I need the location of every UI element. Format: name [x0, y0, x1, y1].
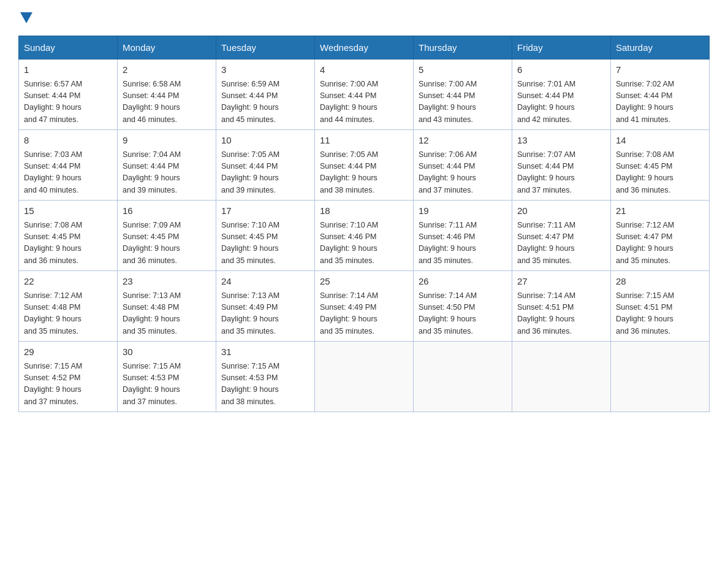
- calendar-cell: 28Sunrise: 7:15 AMSunset: 4:51 PMDayligh…: [611, 271, 710, 342]
- day-info: Sunrise: 6:57 AMSunset: 4:44 PMDaylight:…: [24, 79, 112, 126]
- day-number: 19: [419, 204, 507, 218]
- calendar-cell: 24Sunrise: 7:13 AMSunset: 4:49 PMDayligh…: [216, 271, 315, 342]
- day-info: Sunrise: 7:06 AMSunset: 4:44 PMDaylight:…: [419, 149, 507, 197]
- logo-triangle-icon: [20, 12, 32, 23]
- day-number: 10: [221, 134, 309, 148]
- day-number: 16: [123, 204, 211, 218]
- day-number: 1: [24, 63, 112, 77]
- calendar-cell: 31Sunrise: 7:15 AMSunset: 4:53 PMDayligh…: [216, 342, 315, 412]
- day-number: 20: [517, 204, 605, 218]
- day-info: Sunrise: 7:12 AMSunset: 4:48 PMDaylight:…: [24, 290, 112, 338]
- day-number: 28: [616, 275, 704, 289]
- column-header-saturday: Saturday: [611, 36, 710, 59]
- day-number: 30: [123, 345, 211, 359]
- day-info: Sunrise: 7:00 AMSunset: 4:44 PMDaylight:…: [320, 79, 408, 126]
- calendar-cell: 9Sunrise: 7:04 AMSunset: 4:44 PMDaylight…: [118, 130, 216, 201]
- day-info: Sunrise: 7:01 AMSunset: 4:44 PMDaylight:…: [517, 79, 605, 126]
- column-header-friday: Friday: [512, 36, 611, 59]
- calendar-cell: 5Sunrise: 7:00 AMSunset: 4:44 PMDaylight…: [414, 59, 512, 130]
- calendar-cell: 11Sunrise: 7:05 AMSunset: 4:44 PMDayligh…: [315, 130, 414, 201]
- calendar-cell: 20Sunrise: 7:11 AMSunset: 4:47 PMDayligh…: [512, 201, 611, 271]
- day-info: Sunrise: 7:13 AMSunset: 4:48 PMDaylight:…: [123, 290, 211, 338]
- day-number: 26: [419, 275, 507, 289]
- calendar-week-row: 15Sunrise: 7:08 AMSunset: 4:45 PMDayligh…: [19, 201, 710, 271]
- calendar-cell: [414, 342, 512, 412]
- day-info: Sunrise: 7:03 AMSunset: 4:44 PMDaylight:…: [24, 149, 112, 197]
- day-number: 15: [24, 204, 112, 218]
- column-header-tuesday: Tuesday: [216, 36, 315, 59]
- calendar-cell: 15Sunrise: 7:08 AMSunset: 4:45 PMDayligh…: [19, 201, 118, 271]
- day-info: Sunrise: 7:11 AMSunset: 4:47 PMDaylight:…: [517, 220, 605, 267]
- day-info: Sunrise: 7:11 AMSunset: 4:46 PMDaylight:…: [419, 220, 507, 267]
- day-info: Sunrise: 6:58 AMSunset: 4:44 PMDaylight:…: [123, 79, 211, 126]
- day-info: Sunrise: 7:07 AMSunset: 4:44 PMDaylight:…: [517, 149, 605, 197]
- calendar-week-row: 8Sunrise: 7:03 AMSunset: 4:44 PMDaylight…: [19, 130, 710, 201]
- day-info: Sunrise: 7:12 AMSunset: 4:47 PMDaylight:…: [616, 220, 704, 267]
- day-number: 9: [123, 134, 211, 148]
- day-number: 27: [517, 275, 605, 289]
- day-number: 25: [320, 275, 408, 289]
- day-info: Sunrise: 7:15 AMSunset: 4:51 PMDaylight:…: [616, 290, 704, 338]
- calendar-cell: 18Sunrise: 7:10 AMSunset: 4:46 PMDayligh…: [315, 201, 414, 271]
- calendar-cell: [512, 342, 611, 412]
- calendar-cell: [315, 342, 414, 412]
- calendar-cell: 21Sunrise: 7:12 AMSunset: 4:47 PMDayligh…: [611, 201, 710, 271]
- day-number: 17: [221, 204, 309, 218]
- calendar-cell: 25Sunrise: 7:14 AMSunset: 4:49 PMDayligh…: [315, 271, 414, 342]
- day-number: 4: [320, 63, 408, 77]
- calendar-cell: 22Sunrise: 7:12 AMSunset: 4:48 PMDayligh…: [19, 271, 118, 342]
- column-header-monday: Monday: [118, 36, 216, 59]
- calendar-cell: 6Sunrise: 7:01 AMSunset: 4:44 PMDaylight…: [512, 59, 611, 130]
- day-info: Sunrise: 7:00 AMSunset: 4:44 PMDaylight:…: [419, 79, 507, 126]
- day-info: Sunrise: 7:15 AMSunset: 4:52 PMDaylight:…: [24, 361, 112, 408]
- day-number: 11: [320, 134, 408, 148]
- calendar-cell: 16Sunrise: 7:09 AMSunset: 4:45 PMDayligh…: [118, 201, 216, 271]
- calendar-cell: 26Sunrise: 7:14 AMSunset: 4:50 PMDayligh…: [414, 271, 512, 342]
- day-info: Sunrise: 7:14 AMSunset: 4:49 PMDaylight:…: [320, 290, 408, 338]
- calendar-week-row: 1Sunrise: 6:57 AMSunset: 4:44 PMDaylight…: [19, 59, 710, 130]
- day-info: Sunrise: 7:10 AMSunset: 4:45 PMDaylight:…: [221, 220, 309, 267]
- day-number: 14: [616, 134, 704, 148]
- day-info: Sunrise: 7:14 AMSunset: 4:50 PMDaylight:…: [419, 290, 507, 338]
- day-number: 23: [123, 275, 211, 289]
- day-info: Sunrise: 7:08 AMSunset: 4:45 PMDaylight:…: [24, 220, 112, 267]
- calendar-cell: 30Sunrise: 7:15 AMSunset: 4:53 PMDayligh…: [118, 342, 216, 412]
- day-number: 31: [221, 345, 309, 359]
- day-info: Sunrise: 7:10 AMSunset: 4:46 PMDaylight:…: [320, 220, 408, 267]
- column-header-wednesday: Wednesday: [315, 36, 414, 59]
- calendar-cell: 29Sunrise: 7:15 AMSunset: 4:52 PMDayligh…: [19, 342, 118, 412]
- day-number: 7: [616, 63, 704, 77]
- day-number: 2: [123, 63, 211, 77]
- day-number: 29: [24, 345, 112, 359]
- calendar-cell: 1Sunrise: 6:57 AMSunset: 4:44 PMDaylight…: [19, 59, 118, 130]
- day-number: 6: [517, 63, 605, 77]
- day-number: 3: [221, 63, 309, 77]
- day-info: Sunrise: 7:05 AMSunset: 4:44 PMDaylight:…: [320, 149, 408, 197]
- day-number: 24: [221, 275, 309, 289]
- calendar-cell: [611, 342, 710, 412]
- day-number: 12: [419, 134, 507, 148]
- day-number: 5: [419, 63, 507, 77]
- calendar-cell: 17Sunrise: 7:10 AMSunset: 4:45 PMDayligh…: [216, 201, 315, 271]
- day-info: Sunrise: 7:14 AMSunset: 4:51 PMDaylight:…: [517, 290, 605, 338]
- calendar-week-row: 29Sunrise: 7:15 AMSunset: 4:52 PMDayligh…: [19, 342, 710, 412]
- calendar-cell: 12Sunrise: 7:06 AMSunset: 4:44 PMDayligh…: [414, 130, 512, 201]
- day-info: Sunrise: 7:02 AMSunset: 4:44 PMDaylight:…: [616, 79, 704, 126]
- logo-text: [18, 12, 34, 23]
- day-info: Sunrise: 7:15 AMSunset: 4:53 PMDaylight:…: [123, 361, 211, 408]
- day-number: 18: [320, 204, 408, 218]
- day-number: 13: [517, 134, 605, 148]
- calendar-cell: 3Sunrise: 6:59 AMSunset: 4:44 PMDaylight…: [216, 59, 315, 130]
- calendar-cell: 8Sunrise: 7:03 AMSunset: 4:44 PMDaylight…: [19, 130, 118, 201]
- day-number: 8: [24, 134, 112, 148]
- day-info: Sunrise: 7:05 AMSunset: 4:44 PMDaylight:…: [221, 149, 309, 197]
- calendar-cell: 23Sunrise: 7:13 AMSunset: 4:48 PMDayligh…: [118, 271, 216, 342]
- calendar-cell: 2Sunrise: 6:58 AMSunset: 4:44 PMDaylight…: [118, 59, 216, 130]
- calendar-cell: 7Sunrise: 7:02 AMSunset: 4:44 PMDaylight…: [611, 59, 710, 130]
- day-number: 22: [24, 275, 112, 289]
- day-number: 21: [616, 204, 704, 218]
- column-header-thursday: Thursday: [414, 36, 512, 59]
- day-info: Sunrise: 7:09 AMSunset: 4:45 PMDaylight:…: [123, 220, 211, 267]
- calendar-cell: 14Sunrise: 7:08 AMSunset: 4:45 PMDayligh…: [611, 130, 710, 201]
- calendar-header-row: SundayMondayTuesdayWednesdayThursdayFrid…: [19, 36, 710, 59]
